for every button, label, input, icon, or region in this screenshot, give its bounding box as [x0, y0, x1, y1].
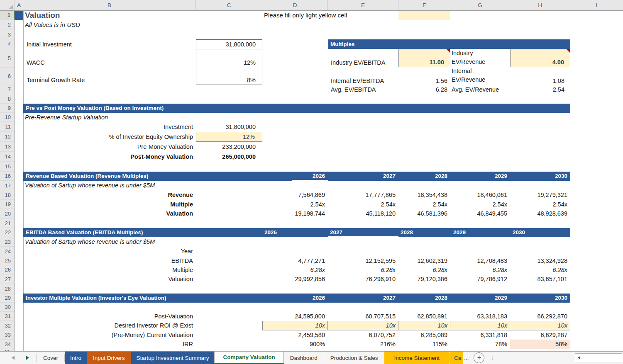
rev-valuation-2030[interactable]: 48,928,639: [510, 209, 567, 218]
tab-production-sales[interactable]: Production & Sales: [324, 352, 384, 364]
post-valuation-2030[interactable]: 66,292,870: [510, 312, 567, 321]
row-header-14[interactable]: 14: [0, 152, 15, 162]
ebitda-multiple-2028[interactable]: 6.28x: [398, 265, 447, 274]
row-header-23[interactable]: 23: [0, 237, 15, 247]
a1-blue-cell[interactable]: [15, 11, 23, 20]
revenue-2027[interactable]: 17,777,865: [328, 190, 396, 200]
row-header-18[interactable]: 18: [0, 190, 15, 200]
wacc-value[interactable]: 12%: [196, 49, 259, 66]
ebitda-valuation-2030[interactable]: 83,657,101: [510, 274, 567, 284]
industry-ev-revenue-value[interactable]: 4.00: [510, 49, 567, 66]
col-header-e[interactable]: E: [328, 0, 398, 10]
rev-valuation-2028[interactable]: 46,581,396: [398, 209, 447, 218]
row-header-15[interactable]: 15: [0, 162, 15, 172]
rev-multiple-2029[interactable]: 2.54x: [450, 200, 507, 209]
row-header-4[interactable]: 4: [0, 39, 15, 49]
post-money-value[interactable]: 265,000,000: [196, 152, 259, 162]
investment-value[interactable]: 31,800,000: [196, 122, 259, 132]
avg-ev-ebitda-value[interactable]: 6.28: [398, 85, 447, 94]
ebitda-multiple-2027[interactable]: 6.28x: [328, 265, 396, 274]
post-valuation-2029[interactable]: 63,318,183: [450, 312, 507, 321]
tab-income-statement[interactable]: Income Statement: [384, 352, 450, 364]
ebitda-2026[interactable]: 4,777,271: [262, 256, 325, 265]
row-header-25[interactable]: 25: [0, 256, 15, 265]
row-header-1[interactable]: 1: [0, 11, 15, 20]
ebitda-multiple-2026[interactable]: 6.28x: [262, 265, 325, 274]
tab-input-drivers[interactable]: Input Drivers: [87, 352, 131, 364]
rev-multiple-2027[interactable]: 2.54x: [328, 200, 396, 209]
row-header-26[interactable]: 26: [0, 265, 15, 274]
ebitda-valuation-2028[interactable]: 79,120,386: [398, 274, 447, 284]
row-header-24[interactable]: 24: [0, 247, 15, 256]
desired-roi-2026[interactable]: 10x: [262, 321, 325, 330]
internal-ev-revenue-value[interactable]: 1.08: [510, 68, 567, 84]
select-all-corner[interactable]: [0, 0, 15, 10]
col-header-i[interactable]: I: [570, 0, 623, 10]
col-header-c[interactable]: C: [196, 0, 262, 10]
row-header-10[interactable]: 10: [0, 113, 15, 122]
irr-2026[interactable]: 900%: [262, 340, 325, 349]
rev-multiple-2030[interactable]: 2.54x: [510, 200, 567, 209]
tab-truncated[interactable]: Ca: [450, 352, 463, 364]
revenue-2028[interactable]: 18,354,438: [398, 190, 447, 200]
col-header-a[interactable]: A: [15, 0, 23, 10]
initial-investment-value[interactable]: 31,800,000: [196, 39, 259, 49]
ebitda-multiple-2030[interactable]: 6.28x: [510, 265, 567, 274]
col-header-f[interactable]: F: [398, 0, 450, 10]
row-header-21[interactable]: 21: [0, 218, 15, 228]
ebitda-multiple-2029[interactable]: 6.28x: [450, 265, 507, 274]
row-header-32[interactable]: 32: [0, 321, 15, 330]
ebitda-valuation-2026[interactable]: 29,992,856: [262, 274, 325, 284]
post-valuation-2026[interactable]: 24,595,800: [262, 312, 325, 321]
row-header-3[interactable]: 3: [0, 30, 15, 39]
revenue-2030[interactable]: 19,279,321: [510, 190, 567, 200]
row-header-19[interactable]: 19: [0, 200, 15, 209]
tab-startup-investment-summary[interactable]: Startup Investment Summary: [131, 352, 215, 364]
irr-2028[interactable]: 115%: [398, 340, 447, 349]
equity-ownership-value[interactable]: 12%: [196, 132, 259, 142]
rev-multiple-2026[interactable]: 2.54x: [262, 200, 325, 209]
post-valuation-2027[interactable]: 60,707,515: [328, 312, 396, 321]
row-header-16[interactable]: 16: [0, 172, 15, 181]
tabs-scroll-left-icon[interactable]: [12, 356, 15, 360]
col-header-b[interactable]: B: [23, 0, 196, 10]
row-header-22[interactable]: 22: [0, 228, 15, 237]
row-header-34[interactable]: 34: [0, 340, 15, 349]
ebitda-valuation-2027[interactable]: 76,296,910: [328, 274, 396, 284]
row-header-5[interactable]: 5: [0, 49, 15, 68]
row-header-28[interactable]: 28: [0, 284, 15, 294]
desired-roi-2029[interactable]: 10x: [450, 321, 507, 330]
row-header-7[interactable]: 7: [0, 85, 15, 94]
desired-roi-2027[interactable]: 10x: [328, 321, 396, 330]
pre-money-value[interactable]: 233,200,000: [196, 142, 259, 152]
irr-2030[interactable]: 58%: [510, 340, 567, 349]
terminal-growth-value[interactable]: 8%: [196, 68, 259, 83]
industry-ev-ebitda-value[interactable]: 11.00: [398, 49, 447, 66]
row-header-31[interactable]: 31: [0, 312, 15, 321]
ebitda-2027[interactable]: 12,152,595: [328, 256, 396, 265]
add-sheet-button[interactable]: +: [474, 352, 484, 363]
ebitda-2029[interactable]: 12,708,483: [450, 256, 507, 265]
ebitda-2028[interactable]: 12,602,319: [398, 256, 447, 265]
tab-company-valuation-active[interactable]: Company Valuation: [214, 352, 283, 364]
scroll-left-icon[interactable]: [578, 356, 580, 359]
row-header-13[interactable]: 13: [0, 142, 15, 152]
row-header-11[interactable]: 11: [0, 122, 15, 132]
row-header-33[interactable]: 33: [0, 330, 15, 340]
irr-2027[interactable]: 216%: [328, 340, 396, 349]
row-header-9[interactable]: 9: [0, 104, 15, 113]
col-header-d[interactable]: D: [262, 0, 328, 10]
row-header-17[interactable]: 17: [0, 181, 15, 190]
col-header-g[interactable]: G: [450, 0, 510, 10]
current-valuation-2027[interactable]: 6,070,752: [328, 330, 396, 340]
post-valuation-2028[interactable]: 62,850,891: [398, 312, 447, 321]
tabs-scroll-right-icon[interactable]: [26, 356, 29, 360]
tab-cover[interactable]: Cover: [37, 352, 64, 364]
desired-roi-2028[interactable]: 10x: [398, 321, 447, 330]
rev-valuation-2026[interactable]: 19,198,744: [262, 209, 325, 218]
revenue-2026[interactable]: 7,564,869: [262, 190, 325, 200]
avg-ev-revenue-value[interactable]: 2.54: [510, 85, 567, 94]
rev-multiple-2028[interactable]: 2.54x: [398, 200, 447, 209]
ebitda-valuation-2029[interactable]: 79,786,912: [450, 274, 507, 284]
row-header-8[interactable]: 8: [0, 94, 15, 104]
